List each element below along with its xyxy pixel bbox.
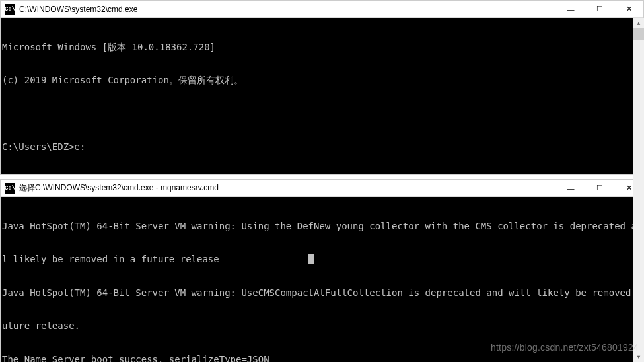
terminal-line xyxy=(2,175,643,186)
scroll-up-icon[interactable]: ▲ xyxy=(633,18,644,28)
terminal-line: Microsoft Windows [版本 10.0.18362.720] xyxy=(2,42,643,53)
minimize-button[interactable]: — xyxy=(556,1,585,18)
terminal-line: l likely be removed in a future release xyxy=(2,254,643,265)
cmd-window-1: C:\ C:\WINDOWS\system32\cmd.exe — ☐ ✕ Mi… xyxy=(0,0,644,175)
terminal-line: C:\Users\EDZ>e: xyxy=(2,141,643,153)
terminal-output-2[interactable]: Java HotSpot(TM) 64-Bit Server VM warnin… xyxy=(1,197,643,362)
terminal-line xyxy=(2,108,643,120)
terminal-line: Java HotSpot(TM) 64-Bit Server VM warnin… xyxy=(2,221,643,232)
scrollbar[interactable]: ▲ ▼ xyxy=(633,18,644,362)
maximize-button[interactable]: ☐ xyxy=(585,1,614,18)
terminal-line: uture release. xyxy=(2,320,643,332)
window-controls: — ☐ ✕ xyxy=(556,1,643,18)
close-button[interactable]: ✕ xyxy=(614,1,643,18)
titlebar[interactable]: C:\ C:\WINDOWS\system32\cmd.exe — ☐ ✕ xyxy=(1,1,643,18)
terminal-line: (c) 2019 Microsoft Corporation。保留所有权利。 xyxy=(2,75,643,86)
text-cursor xyxy=(308,254,314,264)
terminal-line: The Name Server boot success. serializeT… xyxy=(2,354,643,362)
terminal-text: l likely be removed in a future release xyxy=(2,254,219,264)
scrollbar-thumb[interactable] xyxy=(633,28,644,40)
terminal-output-1[interactable]: Microsoft Windows [版本 10.0.18362.720] (c… xyxy=(1,18,643,174)
titlebar-left: C:\ C:\WINDOWS\system32\cmd.exe xyxy=(5,4,137,15)
scroll-down-icon[interactable]: ▼ xyxy=(633,351,644,362)
terminal-line: Java HotSpot(TM) 64-Bit Server VM warnin… xyxy=(2,287,643,299)
watermark: https://blog.csdn.net/zxt546801924 xyxy=(491,342,639,353)
cmd-window-2: C:\ 选择C:\WINDOWS\system32\cmd.exe - mqna… xyxy=(0,179,644,362)
window-title: C:\WINDOWS\system32\cmd.exe xyxy=(19,5,137,14)
cmd-icon: C:\ xyxy=(5,4,15,15)
